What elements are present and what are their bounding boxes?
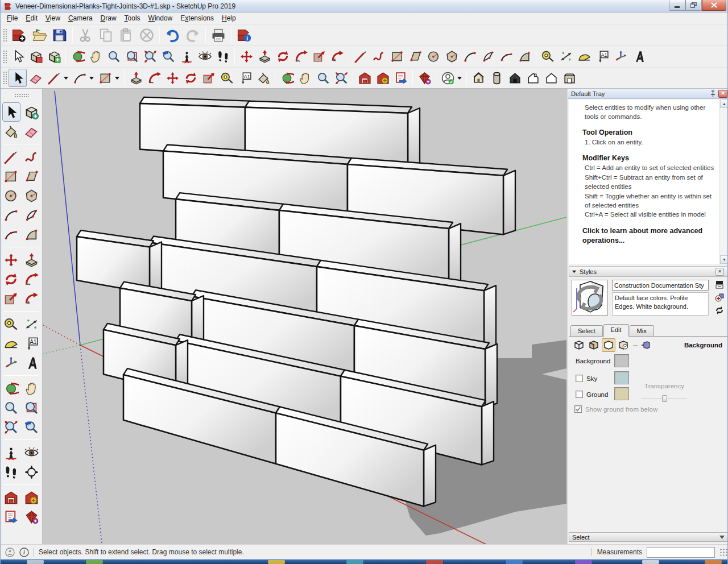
menu-tools[interactable]: Tools <box>121 13 144 23</box>
orbit-tool-button[interactable] <box>2 379 20 398</box>
print-button[interactable] <box>208 26 229 45</box>
rectangle-tool-button[interactable] <box>2 167 20 186</box>
menu-view[interactable]: View <box>42 13 64 23</box>
pie-button[interactable] <box>479 48 497 66</box>
polygon-tool-button[interactable] <box>23 186 41 205</box>
view-back-button[interactable] <box>524 69 542 87</box>
protractor-tool-button[interactable] <box>2 334 20 353</box>
push-pull-button[interactable] <box>255 48 274 66</box>
rotate-tool-button[interactable] <box>2 269 20 289</box>
tab-select[interactable]: Select <box>570 325 603 336</box>
pan-button[interactable] <box>296 69 314 87</box>
restore-button[interactable] <box>685 0 702 11</box>
resize-grip[interactable] <box>719 548 727 556</box>
rectangle-button[interactable] <box>96 69 114 87</box>
face-settings-icon[interactable] <box>587 338 601 352</box>
tray-title-bar[interactable]: Default Tray ✕ <box>568 89 728 99</box>
taskbar-app-icon[interactable] <box>705 560 722 564</box>
freehand-tool-button[interactable] <box>23 147 41 167</box>
3d-warehouse-tool-button[interactable] <box>2 488 20 507</box>
menu-camera[interactable]: Camera <box>64 13 97 23</box>
circle-button[interactable] <box>424 48 442 66</box>
extension-manager-button[interactable] <box>415 69 433 87</box>
move-button[interactable] <box>163 69 181 87</box>
toolbar-grip[interactable] <box>14 93 29 98</box>
eraser-button[interactable] <box>27 69 45 87</box>
select-cursor-button[interactable] <box>9 48 27 66</box>
send-to-layout-button[interactable] <box>392 69 410 87</box>
arc-button[interactable] <box>461 48 479 66</box>
polygon-button[interactable] <box>442 48 461 66</box>
sky-swatch[interactable] <box>614 371 629 384</box>
follow-me-button[interactable] <box>145 69 163 87</box>
view-iso-button[interactable] <box>469 69 487 87</box>
menu-help[interactable]: Help <box>218 13 240 23</box>
tab-mix[interactable]: Mix <box>630 325 654 336</box>
make-component-tool-button[interactable] <box>23 102 41 122</box>
new-button[interactable] <box>9 26 29 45</box>
zoom-previous-button[interactable] <box>159 48 177 66</box>
show-ground-checkbox[interactable] <box>574 405 582 413</box>
dimension-button[interactable] <box>557 48 575 66</box>
rectangle-button[interactable] <box>388 48 406 66</box>
pan-tool-button[interactable] <box>23 379 41 398</box>
instructor-link[interactable]: Click to learn about more advanced opera… <box>582 226 716 246</box>
scroll-down-icon[interactable]: ▼ <box>720 255 728 264</box>
help-icon[interactable]: i <box>19 548 29 557</box>
circle-tool-button[interactable] <box>2 186 20 205</box>
text-tool-button[interactable]: A1 <box>23 334 41 353</box>
windows-taskbar[interactable] <box>1 559 728 564</box>
send-to-layout-tool-button[interactable] <box>2 507 20 526</box>
line-tool-button[interactable] <box>2 147 20 167</box>
geolocation-icon[interactable] <box>5 548 15 557</box>
eraser-tool-button[interactable] <box>23 122 41 141</box>
toolbar-grip[interactable] <box>2 70 7 85</box>
zoom-previous-tool-button[interactable] <box>23 417 41 437</box>
style-name-input[interactable] <box>612 280 709 291</box>
look-around-tool-button[interactable] <box>23 443 41 462</box>
title-bar[interactable]: Veneer-Dimensional-Planks-Tight-Joints-3… <box>1 0 728 13</box>
dimension-tool-button[interactable] <box>23 314 41 334</box>
pin-icon[interactable] <box>709 90 717 98</box>
edge-settings-icon[interactable] <box>572 338 586 352</box>
styles-close-icon[interactable]: ✕ <box>715 268 724 276</box>
extension-warehouse-tool-button[interactable] <box>23 488 41 507</box>
3d-text-tool-button[interactable] <box>23 353 41 372</box>
background-swatch[interactable] <box>614 354 629 367</box>
line-button[interactable] <box>45 69 63 87</box>
view-left-button[interactable] <box>542 69 560 87</box>
arc-tool-button[interactable] <box>2 205 20 225</box>
rotated-rectangle-tool-button[interactable] <box>23 167 41 186</box>
line-button[interactable] <box>351 48 370 66</box>
arc-button[interactable] <box>71 69 89 87</box>
background-settings-icon[interactable] <box>602 338 615 352</box>
filled-arc-button[interactable] <box>515 48 533 66</box>
axes-tool-button[interactable] <box>2 353 20 372</box>
tape-measure-button[interactable] <box>539 48 557 66</box>
ground-checkbox[interactable] <box>576 391 583 398</box>
component-add-button[interactable] <box>45 48 63 66</box>
position-camera-button[interactable] <box>177 48 196 66</box>
offset-button[interactable] <box>310 48 328 66</box>
rectangle-dropdown-icon[interactable] <box>115 77 119 80</box>
look-around-button[interactable] <box>196 48 214 66</box>
section-plane-tool-button[interactable] <box>23 462 41 482</box>
zoom-window-tool-button[interactable] <box>23 398 41 417</box>
position-camera-tool-button[interactable] <box>2 443 20 462</box>
open-button[interactable] <box>29 26 49 45</box>
arc-3point-tool-button[interactable] <box>2 225 20 244</box>
rotate-button[interactable] <box>181 69 200 87</box>
instructor-scrollbar[interactable]: ▲ ▼ <box>719 99 728 264</box>
paint-bucket-tool-button[interactable] <box>2 122 20 141</box>
minimize-button[interactable] <box>669 0 685 11</box>
taskbar-app-icon[interactable] <box>426 560 443 564</box>
offset-tool-button[interactable] <box>2 289 20 308</box>
taskbar-app-icon[interactable] <box>27 560 44 564</box>
rotate-button[interactable] <box>274 48 292 66</box>
create-style-icon[interactable] <box>714 292 725 302</box>
menu-draw[interactable]: Draw <box>97 13 121 23</box>
menu-file[interactable]: File <box>3 13 22 23</box>
tray-close-icon[interactable]: ✕ <box>718 90 727 98</box>
zoom-button[interactable] <box>105 48 123 66</box>
3d-warehouse-button[interactable] <box>355 69 374 87</box>
